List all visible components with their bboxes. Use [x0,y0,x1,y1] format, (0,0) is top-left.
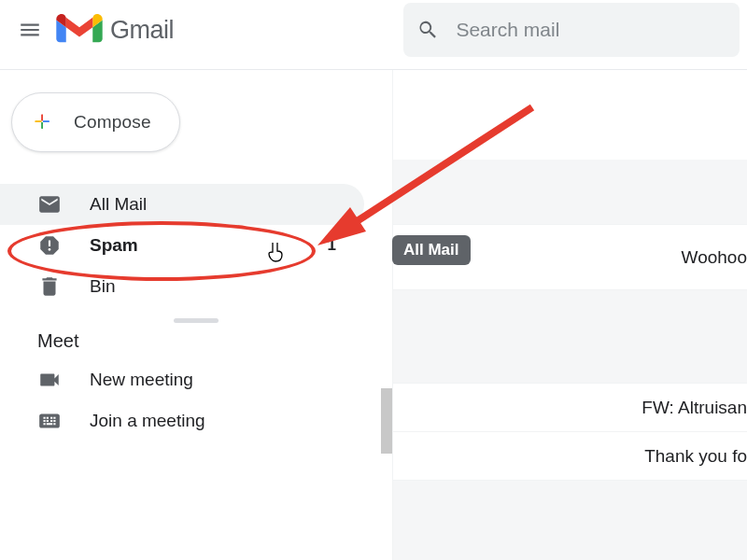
gmail-logo-icon [56,12,103,48]
mail-row[interactable]: FW: Altruisan [393,384,747,432]
sidebar-resize-handle[interactable] [174,318,218,323]
gmail-logo-text: Gmail [110,16,174,45]
mail-row[interactable] [393,290,747,384]
mail-list: Woohoo FW: Altruisan Thank you fo [392,70,747,560]
search-icon [416,17,439,43]
main-menu-button[interactable] [7,7,52,52]
mail-row[interactable] [393,160,747,225]
search-bar[interactable] [403,3,740,57]
mail-subject-preview: Woohoo [682,247,747,268]
mail-subject-preview: FW: Altruisan [641,398,747,418]
mail-toolbar-area [393,70,747,160]
svg-rect-1 [35,120,42,122]
sidebar-scrollbar[interactable] [381,388,392,454]
spam-icon [37,233,62,258]
meet-join-meeting[interactable]: Join a meeting [0,400,364,441]
mail-row[interactable]: Thank you fo [393,432,747,481]
meet-new-meeting[interactable]: New meeting [0,359,364,400]
search-input[interactable] [456,19,726,41]
sidebar: Compose All Mail Spam 1 Bin [0,70,392,560]
sidebar-item-spam[interactable]: Spam 1 [0,225,364,266]
trash-icon [37,274,62,299]
gmail-logo[interactable]: Gmail [56,12,174,48]
keyboard-icon [37,409,62,433]
nav-label: All Mail [90,194,336,215]
svg-rect-2 [41,122,43,129]
compose-label: Compose [74,112,151,133]
svg-rect-0 [41,115,43,121]
folder-list: All Mail Spam 1 Bin [0,184,392,307]
nav-label: Spam [90,235,328,256]
plus-icon [29,108,57,136]
nav-label: Join a meeting [90,411,336,431]
nav-label: Bin [90,276,336,297]
hamburger-icon [18,18,42,42]
mail-row[interactable] [393,481,747,560]
sidebar-item-bin[interactable]: Bin [0,266,364,307]
mail-subject-preview: Thank you fo [644,446,747,467]
sidebar-item-all-mail[interactable]: All Mail [0,184,364,225]
compose-button[interactable]: Compose [11,92,180,152]
tooltip: All Mail [392,235,471,265]
header: Gmail [0,0,747,60]
video-icon [37,368,62,392]
mail-icon [37,192,62,217]
meet-section-header: Meet [0,330,392,352]
nav-label: New meeting [90,370,336,390]
svg-rect-3 [43,120,49,122]
nav-count: 1 [328,236,336,255]
